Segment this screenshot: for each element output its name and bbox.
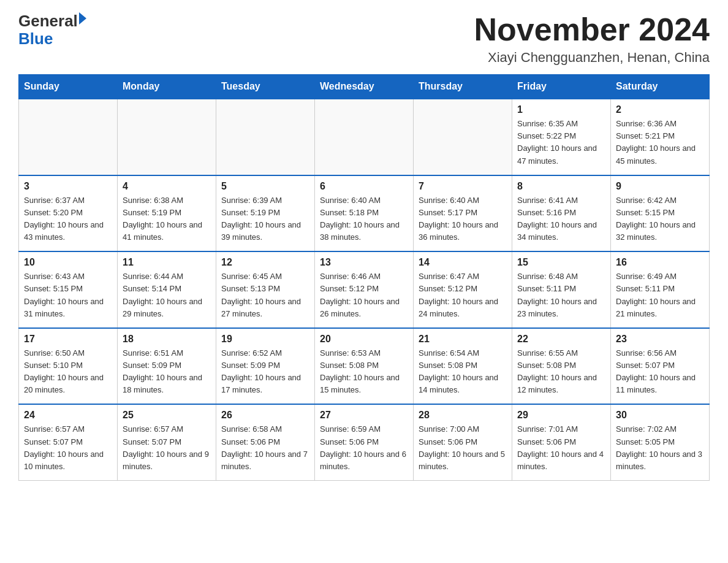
day-info: Sunrise: 6:39 AM Sunset: 5:19 PM Dayligh…	[221, 194, 309, 244]
day-info: Sunrise: 6:45 AM Sunset: 5:13 PM Dayligh…	[221, 270, 309, 320]
day-number: 28	[419, 410, 507, 421]
day-number: 13	[320, 257, 408, 268]
calendar-cell: 24Sunrise: 6:57 AM Sunset: 5:07 PM Dayli…	[19, 404, 118, 480]
calendar-week-row: 3Sunrise: 6:37 AM Sunset: 5:20 PM Daylig…	[19, 175, 710, 252]
calendar-cell: 6Sunrise: 6:40 AM Sunset: 5:18 PM Daylig…	[315, 175, 414, 252]
calendar-cell: 15Sunrise: 6:48 AM Sunset: 5:11 PM Dayli…	[512, 251, 611, 328]
day-number: 8	[517, 181, 605, 192]
calendar-week-row: 10Sunrise: 6:43 AM Sunset: 5:15 PM Dayli…	[19, 251, 710, 328]
calendar-cell: 1Sunrise: 6:35 AM Sunset: 5:22 PM Daylig…	[512, 99, 611, 175]
page-header: General Blue November 2024 Xiayi Chenggu…	[18, 12, 710, 66]
day-info: Sunrise: 6:43 AM Sunset: 5:15 PM Dayligh…	[24, 270, 112, 320]
calendar-cell: 4Sunrise: 6:38 AM Sunset: 5:19 PM Daylig…	[118, 175, 216, 252]
day-info: Sunrise: 6:53 AM Sunset: 5:08 PM Dayligh…	[320, 347, 408, 397]
calendar-cell: 26Sunrise: 6:58 AM Sunset: 5:06 PM Dayli…	[216, 404, 315, 480]
day-number: 6	[320, 181, 408, 192]
day-info: Sunrise: 6:38 AM Sunset: 5:19 PM Dayligh…	[123, 194, 211, 244]
calendar-cell: 12Sunrise: 6:45 AM Sunset: 5:13 PM Dayli…	[216, 251, 315, 328]
day-info: Sunrise: 6:40 AM Sunset: 5:17 PM Dayligh…	[419, 194, 507, 244]
day-info: Sunrise: 6:59 AM Sunset: 5:06 PM Dayligh…	[320, 423, 408, 473]
day-number: 12	[221, 257, 309, 268]
day-number: 20	[320, 334, 408, 345]
day-number: 23	[616, 334, 704, 345]
day-number: 15	[517, 257, 605, 268]
day-info: Sunrise: 6:51 AM Sunset: 5:09 PM Dayligh…	[123, 347, 211, 397]
calendar-cell: 30Sunrise: 7:02 AM Sunset: 5:05 PM Dayli…	[611, 404, 710, 480]
calendar-cell: 29Sunrise: 7:01 AM Sunset: 5:06 PM Dayli…	[512, 404, 611, 480]
logo-blue: Blue	[18, 30, 53, 48]
day-number: 21	[419, 334, 507, 345]
column-header-saturday: Saturday	[611, 75, 710, 99]
day-number: 24	[24, 410, 112, 421]
calendar-week-row: 1Sunrise: 6:35 AM Sunset: 5:22 PM Daylig…	[19, 99, 710, 175]
day-info: Sunrise: 6:56 AM Sunset: 5:07 PM Dayligh…	[616, 347, 704, 397]
calendar-cell: 13Sunrise: 6:46 AM Sunset: 5:12 PM Dayli…	[315, 251, 414, 328]
day-number: 3	[24, 181, 112, 192]
day-info: Sunrise: 6:41 AM Sunset: 5:16 PM Dayligh…	[517, 194, 605, 244]
calendar-week-row: 24Sunrise: 6:57 AM Sunset: 5:07 PM Dayli…	[19, 404, 710, 480]
day-number: 18	[123, 334, 211, 345]
calendar-cell: 16Sunrise: 6:49 AM Sunset: 5:11 PM Dayli…	[611, 251, 710, 328]
calendar-week-row: 17Sunrise: 6:50 AM Sunset: 5:10 PM Dayli…	[19, 328, 710, 405]
column-header-tuesday: Tuesday	[216, 75, 315, 99]
day-number: 2	[616, 104, 704, 115]
calendar-cell: 17Sunrise: 6:50 AM Sunset: 5:10 PM Dayli…	[19, 328, 118, 405]
day-number: 7	[419, 181, 507, 192]
day-info: Sunrise: 6:57 AM Sunset: 5:07 PM Dayligh…	[123, 423, 211, 473]
calendar-cell: 9Sunrise: 6:42 AM Sunset: 5:15 PM Daylig…	[611, 175, 710, 252]
column-header-sunday: Sunday	[19, 75, 118, 99]
day-info: Sunrise: 6:54 AM Sunset: 5:08 PM Dayligh…	[419, 347, 507, 397]
calendar-cell: 18Sunrise: 6:51 AM Sunset: 5:09 PM Dayli…	[118, 328, 216, 405]
calendar-header-row: SundayMondayTuesdayWednesdayThursdayFrid…	[19, 75, 710, 99]
day-number: 19	[221, 334, 309, 345]
day-info: Sunrise: 6:40 AM Sunset: 5:18 PM Dayligh…	[320, 194, 408, 244]
day-info: Sunrise: 6:49 AM Sunset: 5:11 PM Dayligh…	[616, 270, 704, 320]
day-number: 27	[320, 410, 408, 421]
day-info: Sunrise: 6:50 AM Sunset: 5:10 PM Dayligh…	[24, 347, 112, 397]
column-header-monday: Monday	[118, 75, 216, 99]
calendar-cell	[216, 99, 315, 175]
day-number: 22	[517, 334, 605, 345]
day-number: 14	[419, 257, 507, 268]
subtitle: Xiayi Chengguanzhen, Henan, China	[474, 50, 710, 66]
calendar-cell: 21Sunrise: 6:54 AM Sunset: 5:08 PM Dayli…	[414, 328, 512, 405]
day-info: Sunrise: 6:35 AM Sunset: 5:22 PM Dayligh…	[517, 118, 605, 167]
day-info: Sunrise: 7:02 AM Sunset: 5:05 PM Dayligh…	[616, 423, 704, 473]
calendar-cell	[19, 99, 118, 175]
day-number: 25	[123, 410, 211, 421]
calendar-cell: 19Sunrise: 6:52 AM Sunset: 5:09 PM Dayli…	[216, 328, 315, 405]
day-info: Sunrise: 6:57 AM Sunset: 5:07 PM Dayligh…	[24, 423, 112, 473]
calendar-cell	[414, 99, 512, 175]
calendar-cell	[315, 99, 414, 175]
logo-general: General	[18, 12, 78, 30]
day-info: Sunrise: 6:37 AM Sunset: 5:20 PM Dayligh…	[24, 194, 112, 244]
column-header-thursday: Thursday	[414, 75, 512, 99]
day-number: 11	[123, 257, 211, 268]
day-number: 29	[517, 410, 605, 421]
day-number: 16	[616, 257, 704, 268]
column-header-wednesday: Wednesday	[315, 75, 414, 99]
calendar-cell: 14Sunrise: 6:47 AM Sunset: 5:12 PM Dayli…	[414, 251, 512, 328]
calendar-cell: 10Sunrise: 6:43 AM Sunset: 5:15 PM Dayli…	[19, 251, 118, 328]
page-title: November 2024	[474, 12, 710, 47]
calendar-cell: 5Sunrise: 6:39 AM Sunset: 5:19 PM Daylig…	[216, 175, 315, 252]
calendar-cell: 23Sunrise: 6:56 AM Sunset: 5:07 PM Dayli…	[611, 328, 710, 405]
calendar-cell: 3Sunrise: 6:37 AM Sunset: 5:20 PM Daylig…	[19, 175, 118, 252]
day-info: Sunrise: 6:55 AM Sunset: 5:08 PM Dayligh…	[517, 347, 605, 397]
day-info: Sunrise: 6:42 AM Sunset: 5:15 PM Dayligh…	[616, 194, 704, 244]
calendar-cell: 2Sunrise: 6:36 AM Sunset: 5:21 PM Daylig…	[611, 99, 710, 175]
day-number: 17	[24, 334, 112, 345]
day-info: Sunrise: 6:52 AM Sunset: 5:09 PM Dayligh…	[221, 347, 309, 397]
day-number: 5	[221, 181, 309, 192]
calendar-cell: 25Sunrise: 6:57 AM Sunset: 5:07 PM Dayli…	[118, 404, 216, 480]
calendar-cell: 22Sunrise: 6:55 AM Sunset: 5:08 PM Dayli…	[512, 328, 611, 405]
logo: General Blue	[18, 12, 86, 47]
calendar-cell: 28Sunrise: 7:00 AM Sunset: 5:06 PM Dayli…	[414, 404, 512, 480]
day-info: Sunrise: 6:47 AM Sunset: 5:12 PM Dayligh…	[419, 270, 507, 320]
calendar-cell: 27Sunrise: 6:59 AM Sunset: 5:06 PM Dayli…	[315, 404, 414, 480]
logo-arrow-icon	[79, 12, 86, 25]
calendar-cell	[118, 99, 216, 175]
day-info: Sunrise: 6:48 AM Sunset: 5:11 PM Dayligh…	[517, 270, 605, 320]
day-number: 30	[616, 410, 704, 421]
calendar-cell: 20Sunrise: 6:53 AM Sunset: 5:08 PM Dayli…	[315, 328, 414, 405]
